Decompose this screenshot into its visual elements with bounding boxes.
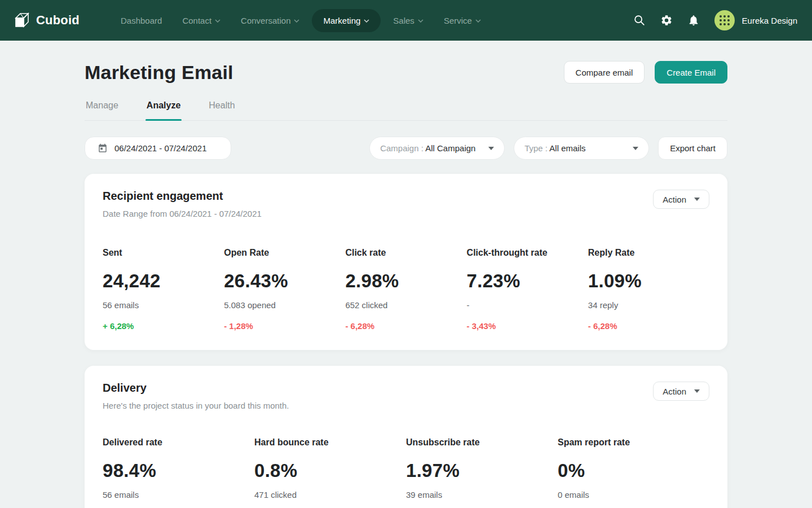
cuboid-logo-icon: [14, 11, 30, 29]
recipient-engagement-card: Recipient engagement Date Range from 06/…: [85, 174, 727, 350]
caret-down-icon: [694, 389, 700, 393]
stat-reply-rate: Reply Rate 1.09% 34 reply - 6,28%: [588, 248, 709, 331]
stat-click-through-rate: Click-throught rate 7.23% - - 3,43%: [467, 248, 588, 331]
delta-badge: + 6,28%: [103, 321, 224, 331]
main-nav: Dashboard Contact Conversation Marketing…: [113, 9, 489, 32]
nav-item-marketing[interactable]: Marketing: [312, 9, 381, 32]
card-title: Recipient engagement: [103, 190, 262, 203]
engagement-action-dropdown[interactable]: Action: [653, 190, 709, 209]
calendar-icon: [98, 143, 108, 154]
date-range-picker[interactable]: 06/24/2021 - 07/24/2021: [85, 137, 231, 160]
delivery-action-dropdown[interactable]: Action: [653, 382, 709, 401]
tab-manage[interactable]: Manage: [85, 100, 120, 120]
delta-badge: - 3,43%: [467, 321, 588, 331]
nav-item-conversation[interactable]: Conversation: [233, 10, 307, 31]
stat-hard-bounce-rate: Hard bounce rate 0.8% 471 clicked: [254, 437, 406, 500]
chevron-down-icon: [215, 19, 220, 23]
stat-spam-report-rate: Spam report rate 0% 0 emails: [558, 437, 709, 500]
card-subtitle: Date Range from 06/24/2021 - 07/24/2021: [103, 209, 262, 218]
create-email-button[interactable]: Create Email: [655, 61, 727, 84]
user-menu[interactable]: Eureka Design: [714, 10, 797, 30]
export-chart-button[interactable]: Export chart: [658, 137, 727, 160]
user-name: Eureka Design: [742, 16, 797, 25]
tab-health[interactable]: Health: [208, 100, 236, 120]
avatar: [714, 10, 735, 30]
stat-sent: Sent 24,242 56 emails + 6,28%: [103, 248, 224, 331]
search-icon[interactable]: [633, 14, 646, 27]
top-navbar: Cuboid Dashboard Contact Conversation Ma…: [0, 0, 812, 41]
tab-bar: Manage Analyze Health: [85, 100, 727, 121]
notifications-bell-icon[interactable]: [687, 14, 700, 27]
caret-down-icon: [633, 147, 638, 150]
tab-analyze[interactable]: Analyze: [145, 100, 182, 120]
card-title: Delivery: [103, 382, 289, 395]
nav-item-dashboard[interactable]: Dashboard: [113, 10, 170, 31]
compare-email-button[interactable]: Compare email: [564, 61, 645, 84]
stat-delivered-rate: Delivered rate 98.4% 56 emails: [103, 437, 254, 500]
brand[interactable]: Cuboid: [14, 11, 113, 29]
settings-gear-icon[interactable]: [660, 14, 673, 27]
chevron-down-icon: [418, 19, 423, 23]
engagement-stats: Sent 24,242 56 emails + 6,28% Open Rate …: [103, 248, 709, 331]
stat-click-rate: Click rate 2.98% 652 clicked - 6,28%: [345, 248, 466, 331]
date-range-value: 06/24/2021 - 07/24/2021: [114, 143, 206, 153]
campaign-dropdown[interactable]: Campaign : All Campaign: [369, 137, 505, 160]
main-content: Marketing Email Compare email Create Ema…: [0, 61, 812, 508]
caret-down-icon: [694, 198, 700, 201]
delivery-card: Delivery Here's the project status in yo…: [85, 366, 727, 508]
brand-name: Cuboid: [36, 13, 80, 28]
delta-badge: - 6,28%: [345, 321, 466, 331]
chevron-down-icon: [294, 19, 299, 23]
chevron-down-icon: [475, 19, 481, 23]
delivery-stats: Delivered rate 98.4% 56 emails Hard boun…: [103, 437, 709, 500]
type-dropdown[interactable]: Type : All emails: [514, 137, 649, 160]
card-subtitle: Here's the project status in your board …: [103, 401, 289, 410]
page-title: Marketing Email: [85, 62, 233, 84]
nav-item-sales[interactable]: Sales: [385, 10, 431, 31]
chevron-down-icon: [364, 19, 369, 23]
delta-badge: - 6,28%: [588, 321, 709, 331]
delta-badge: - 1,28%: [224, 321, 345, 331]
caret-down-icon: [488, 147, 494, 150]
nav-item-contact[interactable]: Contact: [174, 10, 228, 31]
stat-open-rate: Open Rate 26.43% 5.083 opened - 1,28%: [224, 248, 345, 331]
stat-unsubscribe-rate: Unsubscribe rate 1.97% 39 emails: [406, 437, 558, 500]
filter-row: 06/24/2021 - 07/24/2021 Campaign : All C…: [85, 137, 727, 160]
nav-item-service[interactable]: Service: [436, 10, 489, 31]
